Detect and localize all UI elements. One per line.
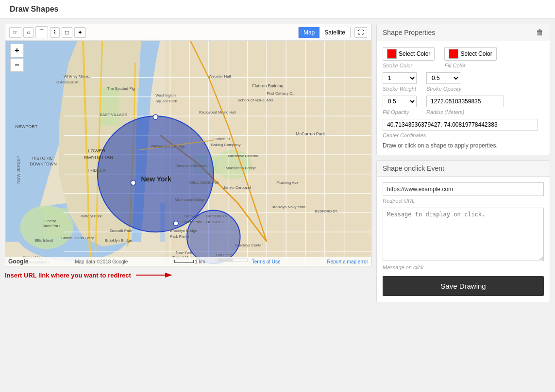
center-coords-label: Center Cordinates [383, 132, 544, 138]
svg-text:HISTORIC: HISTORIC [32, 156, 53, 161]
stroke-weight-label: Stroke Weight [383, 86, 417, 92]
svg-text:Manhattan Bridge: Manhattan Bridge [226, 166, 256, 170]
fill-opacity-select[interactable]: 0 0.1 0.2 0.3 0.4 0.5 0.6 0.7 0.8 0.9 1 [383, 96, 417, 107]
circle-tool[interactable]: ○ [23, 27, 34, 38]
stroke-color-field-label: Stroke Color [383, 63, 435, 68]
redirect-annotation: Insert URL link where you want to redire… [5, 270, 371, 280]
svg-text:Clinton St.: Clinton St. [214, 137, 232, 141]
svg-text:BEDFORD-ST...: BEDFORD-ST... [315, 210, 339, 213]
fill-radius-row: 0 0.1 0.2 0.3 0.4 0.5 0.6 0.7 0.8 0.9 1 [383, 96, 544, 115]
cursor-tool[interactable]: ☞ [9, 27, 21, 38]
page-header: Draw Shapes [0, 0, 555, 19]
fullscreen-button[interactable]: ⛶ [354, 27, 367, 38]
center-coords-input[interactable] [383, 119, 538, 131]
svg-text:Brooklyn Bridge: Brooklyn Bridge [105, 238, 133, 243]
svg-text:HEIGHTS: HEIGHTS [206, 220, 223, 224]
svg-text:TRIBECA: TRIBECA [87, 168, 106, 173]
svg-text:Williamsburg Bridge: Williamsburg Bridge [151, 144, 185, 148]
shape-properties-title: Shape Properties [383, 29, 435, 36]
polyline-tool[interactable]: ⌒ [35, 26, 48, 38]
map-type-map[interactable]: Map [299, 27, 320, 38]
svg-point-36 [153, 114, 158, 119]
svg-marker-96 [165, 273, 172, 278]
scale-bar: 1 km [174, 259, 205, 264]
svg-text:Manhattan Bridge: Manhattan Bridge [175, 197, 205, 202]
svg-point-37 [131, 180, 136, 185]
redirect-url-input[interactable] [383, 182, 544, 196]
map-copyright: Map data ©2018 Google [75, 259, 128, 264]
svg-text:Flushing Ave: Flushing Ave [276, 180, 299, 185]
fill-opacity-field: 0 0.1 0.2 0.3 0.4 0.5 0.6 0.7 0.8 0.9 1 [383, 96, 417, 115]
svg-text:Flatiron Building: Flatiron Building [252, 83, 283, 88]
onclick-event-title: Shape onclick Event [383, 164, 444, 172]
svg-text:Square Park: Square Park [155, 99, 177, 103]
svg-text:School of Visual Arts: School of Visual Arts [238, 98, 273, 102]
zoom-in-button[interactable]: + [10, 44, 24, 57]
center-coords-field: Center Cordinates [383, 119, 544, 138]
fill-opacity-label: Fill Opacity [383, 109, 417, 115]
onclick-event-header: Shape onclick Event [377, 161, 550, 177]
fill-color-field: Select Color Fill Color [444, 47, 496, 68]
map-section: ☞ ○ ⌒ ⌇ □ ✦ Map Satellite ⛶ [5, 24, 371, 302]
svg-text:Barclays Center: Barclays Center [235, 243, 263, 247]
svg-text:Jane's Carousel: Jane's Carousel [223, 185, 251, 190]
terms-of-use[interactable]: Terms of Use [252, 259, 281, 264]
marker-tool[interactable]: ✦ [74, 27, 86, 38]
fill-color-label: Select Color [460, 50, 492, 57]
zoom-controls: + − [10, 44, 24, 72]
map-type-satellite[interactable]: Satellite [320, 27, 350, 38]
svg-text:Fort Greene: Fort Greene [216, 253, 235, 257]
svg-text:State Park: State Park [42, 224, 60, 228]
message-on-click-label: Message on click. [383, 264, 544, 270]
redirect-arrow [136, 270, 175, 280]
stroke-opacity-label: Stroke Opacity [426, 86, 461, 92]
save-drawing-button[interactable]: Save Drawing [383, 276, 544, 296]
message-textarea[interactable] [383, 208, 544, 261]
svg-text:Brooklyn: Brooklyn [185, 214, 200, 218]
svg-text:The Spotted Pig: The Spotted Pig [107, 86, 135, 91]
shape-properties-card: Shape Properties 🗑 Select Color Stroke C… [376, 24, 550, 155]
svg-text:New York: New York [176, 250, 192, 255]
svg-text:MANHATTAN: MANHATTAN [84, 154, 113, 160]
redirect-url-label: Redirect URL [383, 198, 544, 204]
fill-color-button[interactable]: Select Color [444, 47, 496, 61]
delete-shape-button[interactable]: 🗑 [536, 28, 544, 37]
svg-text:Baking Company: Baking Company [211, 143, 241, 147]
radius-input[interactable] [426, 96, 504, 107]
svg-text:Washington: Washington [155, 93, 176, 98]
svg-text:Bridge Park: Bridge Park [182, 220, 202, 224]
map-background: HISTORIC DOWNTOWN NEWPORT LOWER MANHATTA… [5, 39, 371, 266]
rectangle-tool[interactable]: □ [62, 27, 72, 38]
onclick-event-card: Shape onclick Event Redirect URL Message… [376, 160, 550, 302]
page-title: Draw Shapes [10, 5, 58, 13]
map-toolbar: ☞ ○ ⌒ ⌇ □ ✦ Map Satellite ⛶ [5, 24, 371, 41]
stroke-props-row: 1 2 3 4 5 Stroke Weight 0 0.1 0.2 [383, 72, 544, 92]
svg-text:NEW JERSEY: NEW JERSEY [16, 155, 21, 183]
google-logo: Google [8, 258, 28, 265]
svg-text:Battery Park: Battery Park [81, 214, 102, 218]
zoom-out-button[interactable]: − [10, 58, 24, 72]
svg-text:Rockwood Music Hall: Rockwood Music Hall [199, 110, 236, 114]
svg-text:New York: New York [141, 175, 171, 183]
map-container: ☞ ○ ⌒ ⌇ □ ✦ Map Satellite ⛶ [5, 24, 371, 266]
svg-text:Ellis Island: Ellis Island [34, 238, 53, 243]
color-row: Select Color Stroke Color Select Color F… [383, 47, 544, 68]
stroke-weight-field: 1 2 3 4 5 Stroke Weight [383, 72, 417, 92]
svg-text:DOWNTOWN: DOWNTOWN [30, 162, 57, 166]
stroke-opacity-field: 0 0.1 0.2 0.3 0.4 0.5 0.6 0.7 0.8 0.9 1 [426, 72, 461, 92]
svg-text:McCarren Park: McCarren Park [296, 131, 325, 136]
apply-properties-text: Draw or click on a shape to apply proper… [383, 142, 544, 149]
shape-properties-body: Select Color Stroke Color Select Color F… [377, 41, 550, 155]
svg-rect-9 [100, 87, 119, 126]
svg-text:First Calvary C...: First Calvary C... [267, 91, 295, 96]
map-footer: Google Map data ©2018 Google 1 km Terms … [5, 257, 371, 266]
stroke-color-button[interactable]: Select Color [383, 47, 435, 61]
right-panel: Shape Properties 🗑 Select Color Stroke C… [376, 24, 550, 302]
svg-text:NEWPORT: NEWPORT [16, 124, 38, 129]
line-tool[interactable]: ⌇ [50, 27, 60, 38]
stroke-color-label: Select Color [399, 50, 430, 57]
stroke-color-swatch [387, 49, 397, 59]
stroke-opacity-select[interactable]: 0 0.1 0.2 0.3 0.4 0.5 0.6 0.7 0.8 0.9 1 [426, 72, 460, 84]
report-map-error[interactable]: Report a map error [327, 259, 368, 264]
stroke-weight-select[interactable]: 1 2 3 4 5 [383, 72, 417, 84]
